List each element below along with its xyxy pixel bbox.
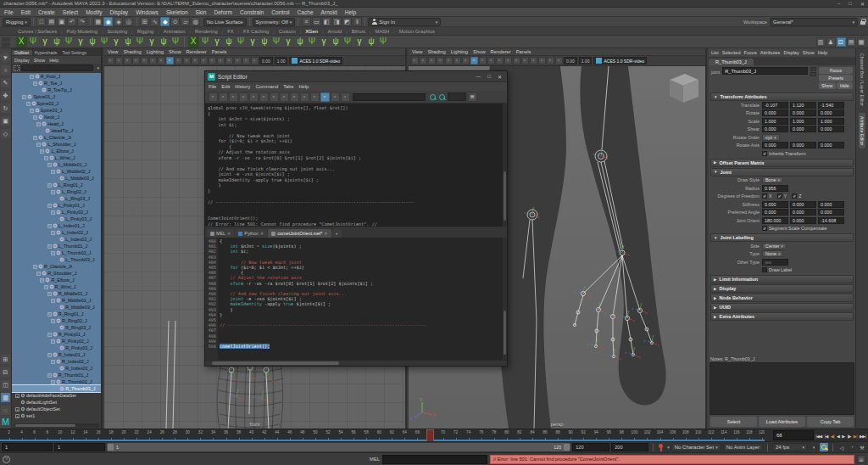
split-pane-layout-icon[interactable]: ◫ xyxy=(1,380,10,389)
goto-line-field[interactable] xyxy=(448,92,466,101)
expand-toggle[interactable]: - xyxy=(44,285,48,289)
script-tab-mel[interactable]: MEL✕ xyxy=(207,229,234,238)
screen-space-ao-icon[interactable]: ▫ xyxy=(504,57,512,64)
code-editor[interactable]: { int $nJnt = size($joints) ; int $i; //… xyxy=(218,238,507,360)
shadows-icon[interactable]: ▫ xyxy=(192,57,199,64)
save-script-icon[interactable]: ▫ xyxy=(229,92,238,102)
last-tool-icon[interactable]: ◇ xyxy=(1,129,10,138)
script-tab-cometjointorient-mel[interactable]: cometJointOrient.mel*✕ xyxy=(268,229,331,238)
gate-mask-icon[interactable]: ▫ xyxy=(242,57,250,64)
lock-workspace-icon[interactable] xyxy=(860,19,865,25)
window-minimize-button[interactable]: – xyxy=(837,1,840,7)
gate-mask-icon[interactable]: ▫ xyxy=(547,57,554,64)
snap-view-plane-icon[interactable]: ▱ xyxy=(181,17,190,26)
anim-layer-dropdown[interactable]: No Anim Layer xyxy=(723,443,763,451)
xgen-ig-freeze-icon[interactable]: γ xyxy=(319,36,330,48)
attr-value-field[interactable]: 0.000 xyxy=(762,109,788,116)
menu-help[interactable]: Help xyxy=(345,9,357,15)
xgen-length-icon[interactable]: γ xyxy=(111,36,122,48)
outliner-item[interactable]: -L_Index03_J xyxy=(12,236,101,243)
menu-display[interactable]: Display xyxy=(783,50,798,55)
outliner-tab-tool-settings[interactable]: Tool Settings xyxy=(59,50,89,55)
search-up-icon[interactable] xyxy=(438,93,446,101)
xgen-trim-icon[interactable]: ψ xyxy=(87,36,98,48)
save-script-as-icon[interactable]: ▫ xyxy=(239,92,248,102)
outliner-toggle-icon[interactable]: ▥ xyxy=(816,37,826,47)
two-sided-lighting-icon[interactable]: ▫ xyxy=(149,57,157,64)
expand-toggle[interactable]: + xyxy=(15,407,19,412)
menu-skeleton[interactable]: Skeleton xyxy=(166,9,188,15)
expand-toggle[interactable]: - xyxy=(51,170,55,174)
outliner-item[interactable]: -R_Toe_J xyxy=(12,80,101,87)
xgen-cut-icon[interactable]: ψ xyxy=(159,36,170,48)
snap-point-icon[interactable]: ◆ xyxy=(160,17,170,26)
close-tab-icon[interactable]: ✕ xyxy=(324,231,327,236)
expand-toggle[interactable]: + xyxy=(15,414,19,418)
attribute-editor-toggle-icon[interactable]: ▦ xyxy=(857,37,866,47)
outliner-item[interactable]: +defaultLightSet xyxy=(12,399,101,406)
channel-box-toggle-icon[interactable]: ▤ xyxy=(847,37,856,47)
xgen-ig-sculpt-icon[interactable]: Ψ xyxy=(342,36,353,48)
outliner-item[interactable]: -Spine03_J xyxy=(12,107,101,114)
colorspace-field[interactable]: ACES 1.0 SDR-video xyxy=(289,57,342,64)
search-input[interactable] xyxy=(21,64,93,71)
fps-dropdown[interactable]: 24 fps▾ xyxy=(772,443,808,451)
menu-show[interactable]: Show xyxy=(34,58,46,63)
menu-edit[interactable]: Edit xyxy=(221,84,230,89)
outliner-item[interactable]: -R_Middle02_J xyxy=(12,297,101,304)
checkbox-z[interactable]: ✓Z xyxy=(792,193,801,199)
sign-in-button[interactable]: Sign In▾ xyxy=(368,18,441,26)
rotate-tool-icon[interactable]: ↻ xyxy=(1,104,10,113)
use-lights-icon[interactable]: ▫ xyxy=(487,57,495,64)
menu-list[interactable]: List xyxy=(711,50,719,55)
expand-toggle[interactable]: - xyxy=(51,231,55,235)
snap-curve-icon[interactable]: ∿ xyxy=(150,17,159,26)
shelf-tab-fx[interactable]: FX xyxy=(223,29,237,34)
smooth-shade-icon[interactable]: ▫ xyxy=(470,57,478,64)
xgen-ig-comb-icon[interactable]: ψ xyxy=(224,36,235,48)
attr-dropdown[interactable]: xyz▾ xyxy=(762,134,780,141)
expand-toggle[interactable]: - xyxy=(33,81,37,86)
input-pane[interactable]: 480 481 482 483 484 485 486 487 488 489 … xyxy=(205,238,507,360)
side-tab-attribute-editor[interactable]: Attribute Editor xyxy=(859,113,865,148)
shelf-tab-arnold[interactable]: Arnold xyxy=(323,29,346,34)
filter-icon[interactable] xyxy=(14,65,19,71)
shelf-tab-mash[interactable]: MASH xyxy=(371,29,394,34)
pause-viewport-icon[interactable]: ‖ xyxy=(353,17,362,26)
menu-windows[interactable]: Windows xyxy=(136,9,159,15)
menu-show[interactable]: Show xyxy=(169,49,181,54)
show-button[interactable]: Show xyxy=(819,82,836,89)
section-header-transform-attributes[interactable]: ▼Transform Attributes xyxy=(710,92,854,101)
shelf-tab-animation[interactable]: Animation xyxy=(159,29,190,34)
attr-value-field[interactable]: 1.000 xyxy=(818,118,844,125)
menu-modify[interactable]: Modify xyxy=(86,9,102,15)
outliner-item[interactable]: -R_Elbow_J xyxy=(12,277,101,283)
xgen-density-icon[interactable]: Ψ xyxy=(99,36,110,48)
window-maximize-button[interactable]: □ xyxy=(849,1,852,7)
expand-toggle[interactable]: - xyxy=(33,136,37,140)
expand-toggle[interactable]: - xyxy=(33,115,37,120)
mute-icon[interactable]: ◁ xyxy=(837,443,846,451)
image-plane-icon[interactable]: ▫ xyxy=(141,57,148,64)
execute-icon[interactable]: ▫ xyxy=(331,92,340,102)
search-down-icon[interactable] xyxy=(429,93,437,101)
outliner-item[interactable]: -L_Pinky02_J xyxy=(12,209,101,216)
expand-toggle[interactable]: - xyxy=(51,210,55,215)
outliner-item[interactable]: -R_Shoulder_J xyxy=(12,270,101,277)
menu-panels[interactable]: Panels xyxy=(516,49,531,54)
menu-edit[interactable]: Edit xyxy=(21,9,31,15)
menu-help[interactable]: Help xyxy=(298,84,309,89)
checkbox-y[interactable]: ✓Y xyxy=(777,193,787,199)
xgen-sphere-icon[interactable]: γ xyxy=(40,36,51,48)
focus-button[interactable]: Focus xyxy=(819,67,853,74)
undo-icon[interactable]: ↶ xyxy=(67,17,76,26)
expand-toggle[interactable]: - xyxy=(30,75,34,79)
redo-icon[interactable]: ↷ xyxy=(77,17,86,26)
attr-value-field[interactable]: 1.000 xyxy=(790,118,816,125)
menu-help[interactable]: Help xyxy=(818,50,828,55)
new-python-tab-icon[interactable]: ▫ xyxy=(270,92,279,102)
xgen-eye-icon[interactable]: Ψ xyxy=(28,36,39,48)
outliner-item[interactable]: -R_Wrist_J xyxy=(12,283,101,290)
outliner-item[interactable]: -L_Middle01_J xyxy=(12,161,101,168)
code-scrollbar[interactable] xyxy=(503,238,507,360)
